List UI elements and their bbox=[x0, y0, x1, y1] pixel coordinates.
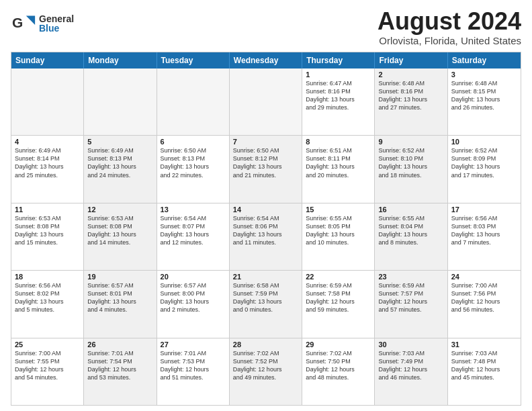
cell-info: Sunrise: 6:48 AM Sunset: 8:16 PM Dayligh… bbox=[378, 79, 443, 112]
day-number: 3 bbox=[451, 71, 517, 79]
day-number: 8 bbox=[306, 138, 371, 146]
cell-info: Sunrise: 6:57 AM Sunset: 8:01 PM Dayligh… bbox=[87, 281, 152, 314]
calendar-cell: 4Sunrise: 6:49 AM Sunset: 8:14 PM Daylig… bbox=[11, 136, 84, 202]
cell-info: Sunrise: 6:53 AM Sunset: 8:08 PM Dayligh… bbox=[15, 214, 80, 247]
cell-info: Sunrise: 6:52 AM Sunset: 8:09 PM Dayligh… bbox=[451, 146, 517, 179]
day-number: 15 bbox=[306, 205, 371, 214]
cell-info: Sunrise: 7:02 AM Sunset: 7:52 PM Dayligh… bbox=[233, 349, 298, 382]
logo-general-label: General bbox=[39, 14, 74, 24]
cell-info: Sunrise: 6:56 AM Sunset: 8:03 PM Dayligh… bbox=[451, 214, 517, 247]
svg-marker-1 bbox=[26, 16, 35, 25]
day-number: 7 bbox=[233, 138, 298, 146]
calendar: SundayMondayTuesdayWednesdayThursdayFrid… bbox=[11, 52, 521, 406]
page: G General Blue August 2024 Orlovista, Fl… bbox=[0, 0, 532, 411]
cell-info: Sunrise: 6:54 AM Sunset: 8:07 PM Dayligh… bbox=[161, 214, 226, 247]
calendar-row: 18Sunrise: 6:56 AM Sunset: 8:02 PM Dayli… bbox=[11, 270, 521, 337]
cell-info: Sunrise: 6:47 AM Sunset: 8:16 PM Dayligh… bbox=[306, 79, 371, 112]
calendar-cell: 24Sunrise: 7:00 AM Sunset: 7:56 PM Dayli… bbox=[448, 271, 521, 337]
cell-info: Sunrise: 6:52 AM Sunset: 8:10 PM Dayligh… bbox=[378, 146, 443, 179]
day-number: 2 bbox=[378, 71, 443, 79]
calendar-row: 1Sunrise: 6:47 AM Sunset: 8:16 PM Daylig… bbox=[11, 68, 521, 135]
cell-info: Sunrise: 7:02 AM Sunset: 7:50 PM Dayligh… bbox=[306, 349, 371, 382]
calendar-cell: 31Sunrise: 7:03 AM Sunset: 7:48 PM Dayli… bbox=[448, 338, 521, 405]
cell-info: Sunrise: 7:01 AM Sunset: 7:53 PM Dayligh… bbox=[161, 349, 226, 382]
calendar-cell: 14Sunrise: 6:54 AM Sunset: 8:06 PM Dayli… bbox=[230, 203, 302, 270]
calendar-cell: 8Sunrise: 6:51 AM Sunset: 8:11 PM Daylig… bbox=[302, 136, 375, 202]
day-number: 10 bbox=[451, 138, 517, 146]
day-number: 19 bbox=[87, 273, 152, 281]
calendar-row: 4Sunrise: 6:49 AM Sunset: 8:14 PM Daylig… bbox=[11, 135, 521, 202]
cal-header-cell: Thursday bbox=[302, 52, 375, 68]
calendar-cell: 17Sunrise: 6:56 AM Sunset: 8:03 PM Dayli… bbox=[448, 203, 521, 270]
calendar-cell: 23Sunrise: 6:59 AM Sunset: 7:57 PM Dayli… bbox=[375, 271, 447, 337]
cal-header-cell: Wednesday bbox=[230, 52, 302, 68]
subtitle: Orlovista, Florida, United States bbox=[378, 35, 521, 46]
calendar-cell: 30Sunrise: 7:03 AM Sunset: 7:49 PM Dayli… bbox=[375, 338, 447, 405]
day-number: 17 bbox=[451, 205, 517, 214]
day-number: 30 bbox=[378, 340, 443, 349]
logo-text: General Blue bbox=[39, 14, 74, 33]
calendar-cell bbox=[11, 68, 84, 135]
logo-blue-label: Blue bbox=[39, 24, 74, 33]
calendar-cell: 5Sunrise: 6:49 AM Sunset: 8:13 PM Daylig… bbox=[84, 136, 157, 202]
svg-text:G: G bbox=[12, 15, 23, 30]
calendar-cell: 2Sunrise: 6:48 AM Sunset: 8:16 PM Daylig… bbox=[375, 68, 447, 135]
cal-header-cell: Monday bbox=[84, 52, 157, 68]
day-number: 28 bbox=[233, 340, 298, 349]
calendar-cell bbox=[84, 68, 157, 135]
day-number: 6 bbox=[161, 138, 226, 146]
cal-header-cell: Tuesday bbox=[157, 52, 230, 68]
calendar-cell: 1Sunrise: 6:47 AM Sunset: 8:16 PM Daylig… bbox=[302, 68, 375, 135]
cell-info: Sunrise: 6:50 AM Sunset: 8:13 PM Dayligh… bbox=[161, 146, 226, 179]
day-number: 13 bbox=[161, 205, 226, 214]
cell-info: Sunrise: 7:03 AM Sunset: 7:48 PM Dayligh… bbox=[451, 349, 517, 382]
cell-info: Sunrise: 6:51 AM Sunset: 8:11 PM Dayligh… bbox=[306, 146, 371, 179]
cell-info: Sunrise: 6:59 AM Sunset: 7:58 PM Dayligh… bbox=[306, 281, 371, 314]
calendar-cell: 10Sunrise: 6:52 AM Sunset: 8:09 PM Dayli… bbox=[448, 136, 521, 202]
calendar-cell: 15Sunrise: 6:55 AM Sunset: 8:05 PM Dayli… bbox=[302, 203, 375, 270]
day-number: 26 bbox=[87, 340, 152, 349]
cell-info: Sunrise: 6:49 AM Sunset: 8:14 PM Dayligh… bbox=[15, 146, 80, 179]
day-number: 24 bbox=[451, 273, 517, 281]
calendar-cell: 6Sunrise: 6:50 AM Sunset: 8:13 PM Daylig… bbox=[157, 136, 230, 202]
day-number: 25 bbox=[15, 340, 80, 349]
day-number: 5 bbox=[87, 138, 152, 146]
day-number: 27 bbox=[161, 340, 226, 349]
header: G General Blue August 2024 Orlovista, Fl… bbox=[11, 8, 521, 46]
day-number: 22 bbox=[306, 273, 371, 281]
cell-info: Sunrise: 6:59 AM Sunset: 7:57 PM Dayligh… bbox=[378, 281, 443, 314]
day-number: 16 bbox=[378, 205, 443, 214]
day-number: 20 bbox=[161, 273, 226, 281]
calendar-cell bbox=[230, 68, 302, 135]
cell-info: Sunrise: 7:03 AM Sunset: 7:49 PM Dayligh… bbox=[378, 349, 443, 382]
cal-header-cell: Sunday bbox=[11, 52, 84, 68]
logo: G General Blue bbox=[11, 11, 74, 36]
cell-info: Sunrise: 7:00 AM Sunset: 7:56 PM Dayligh… bbox=[451, 281, 517, 314]
cell-info: Sunrise: 7:00 AM Sunset: 7:55 PM Dayligh… bbox=[15, 349, 80, 382]
cell-info: Sunrise: 6:54 AM Sunset: 8:06 PM Dayligh… bbox=[233, 214, 298, 247]
cell-info: Sunrise: 6:53 AM Sunset: 8:08 PM Dayligh… bbox=[87, 214, 152, 247]
calendar-cell: 16Sunrise: 6:55 AM Sunset: 8:04 PM Dayli… bbox=[375, 203, 447, 270]
day-number: 1 bbox=[306, 71, 371, 79]
calendar-cell: 27Sunrise: 7:01 AM Sunset: 7:53 PM Dayli… bbox=[157, 338, 230, 405]
calendar-cell: 29Sunrise: 7:02 AM Sunset: 7:50 PM Dayli… bbox=[302, 338, 375, 405]
calendar-cell: 12Sunrise: 6:53 AM Sunset: 8:08 PM Dayli… bbox=[84, 203, 157, 270]
cal-header-cell: Saturday bbox=[448, 52, 521, 68]
calendar-header: SundayMondayTuesdayWednesdayThursdayFrid… bbox=[11, 52, 521, 68]
title-block: August 2024 Orlovista, Florida, United S… bbox=[378, 8, 521, 46]
cell-info: Sunrise: 6:55 AM Sunset: 8:05 PM Dayligh… bbox=[306, 214, 371, 247]
day-number: 18 bbox=[15, 273, 80, 281]
calendar-cell: 13Sunrise: 6:54 AM Sunset: 8:07 PM Dayli… bbox=[157, 203, 230, 270]
calendar-cell bbox=[157, 68, 230, 135]
cell-info: Sunrise: 6:58 AM Sunset: 7:59 PM Dayligh… bbox=[233, 281, 298, 314]
cell-info: Sunrise: 6:56 AM Sunset: 8:02 PM Dayligh… bbox=[15, 281, 80, 314]
cell-info: Sunrise: 6:57 AM Sunset: 8:00 PM Dayligh… bbox=[161, 281, 226, 314]
calendar-cell: 28Sunrise: 7:02 AM Sunset: 7:52 PM Dayli… bbox=[230, 338, 302, 405]
calendar-cell: 26Sunrise: 7:01 AM Sunset: 7:54 PM Dayli… bbox=[84, 338, 157, 405]
calendar-row: 25Sunrise: 7:00 AM Sunset: 7:55 PM Dayli… bbox=[11, 338, 521, 405]
cell-info: Sunrise: 7:01 AM Sunset: 7:54 PM Dayligh… bbox=[87, 349, 152, 382]
cal-header-cell: Friday bbox=[375, 52, 447, 68]
calendar-cell: 22Sunrise: 6:59 AM Sunset: 7:58 PM Dayli… bbox=[302, 271, 375, 337]
cell-info: Sunrise: 6:55 AM Sunset: 8:04 PM Dayligh… bbox=[378, 214, 443, 247]
day-number: 12 bbox=[87, 205, 152, 214]
